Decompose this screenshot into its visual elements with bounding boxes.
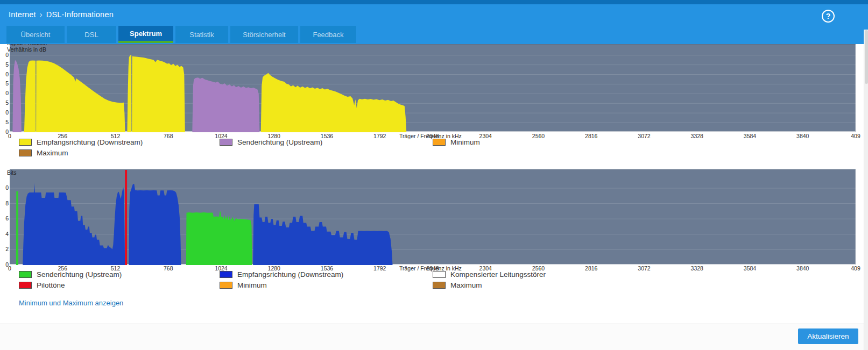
bits-chart-legend: Senderichtung (Upstream)Empfangsrichtung… <box>10 269 763 290</box>
series-area <box>192 77 259 132</box>
page-title: DSL-Informationen <box>46 10 114 19</box>
y-tick-label: 5 <box>0 80 9 87</box>
legend-label: Senderichtung (Upstream) <box>237 138 322 146</box>
legend-row: PilottöneMinimumMaximum <box>10 280 763 290</box>
legend-label: Pilottöne <box>37 281 65 289</box>
legend-item: Minimum <box>220 280 267 290</box>
header-bar: Internet›DSL-Informationen ? <box>0 4 868 26</box>
x-tick-label: 3840 <box>796 265 809 272</box>
series-area <box>129 184 181 265</box>
footer: Aktualisieren <box>0 324 868 350</box>
tab-spektrum[interactable]: Spektrum <box>118 26 173 43</box>
y-tick-label: 0 <box>0 184 9 191</box>
breadcrumb-separator: › <box>40 10 43 19</box>
tab-feedback[interactable]: Feedback <box>300 26 356 43</box>
y-tick-label: 5 <box>0 99 9 106</box>
show-minmax-link[interactable]: Minimum und Maximum anzeigen <box>19 299 123 307</box>
legend-row: Empfangsrichtung (Downstream)Senderichtu… <box>10 137 763 147</box>
bits-chart-svg <box>10 170 856 265</box>
series-area <box>253 204 392 265</box>
y-tick-label: 5 <box>0 119 9 125</box>
x-tick-label: 409 <box>851 133 860 139</box>
legend-row: Maximum <box>10 147 763 158</box>
tab-dsl[interactable]: DSL <box>67 26 116 43</box>
dsl-information-page: Internet›DSL-Informationen ? ÜbersichtDS… <box>0 0 868 350</box>
legend-label: Minimum <box>237 281 267 289</box>
legend-swatch <box>220 282 232 289</box>
x-axis-title: Träger / Frequenz in kHz <box>399 265 462 272</box>
legend-item: Pilottöne <box>19 280 65 290</box>
legend-label: Empfangsrichtung (Downstream) <box>237 270 343 278</box>
y-tick-label: 4 <box>0 231 9 237</box>
y-tick-label: 5 <box>0 61 9 68</box>
y-tick-label: 0 <box>0 90 9 96</box>
y-tick-label: 8 <box>0 200 9 206</box>
x-tick-label: 409 <box>851 265 860 272</box>
refresh-button[interactable]: Aktualisieren <box>798 328 858 344</box>
series-area <box>12 60 22 132</box>
x-tick-label: 3840 <box>796 133 809 139</box>
legend-row: Senderichtung (Upstream)Empfangsrichtung… <box>10 269 763 280</box>
snr-chart-legend: Empfangsrichtung (Downstream)Senderichtu… <box>10 137 763 158</box>
legend-swatch <box>19 149 32 156</box>
series-area <box>261 73 407 132</box>
y-tick-label: 0 <box>0 261 9 268</box>
y-tick-label: 0 <box>0 71 9 77</box>
series-area <box>16 191 18 265</box>
legend-item: Senderichtung (Upstream) <box>19 269 122 280</box>
tab-stoersicherheit[interactable]: Störsicherheit <box>230 26 298 43</box>
y-tick-label: 6 <box>0 215 9 222</box>
legend-label: Kompensierter Leitungsstörer <box>450 270 546 278</box>
vertical-scrollbar[interactable] <box>864 30 868 350</box>
legend-swatch <box>433 282 446 289</box>
legend-swatch <box>19 271 32 278</box>
legend-swatch <box>220 271 232 278</box>
tab-bar: ÜbersichtDSLSpektrumStatistikStörsicherh… <box>0 26 868 44</box>
scrollbar-thumb[interactable] <box>865 30 868 84</box>
series-area <box>127 55 185 132</box>
series-area <box>24 60 125 132</box>
legend-item: Maximum <box>19 147 68 158</box>
bits-chart-plot <box>10 169 856 265</box>
tab-statistik[interactable]: Statistik <box>175 26 228 43</box>
x-axis-title: Träger / Frequenz in kHz <box>399 133 462 139</box>
legend-label: Maximum <box>450 281 482 289</box>
pilot-tone-line <box>125 170 127 265</box>
y-tick-label: 2 <box>0 246 9 252</box>
snr-chart-plot <box>10 44 856 132</box>
legend-swatch <box>19 139 32 146</box>
legend-item: Senderichtung (Upstream) <box>220 137 322 147</box>
legend-label: Senderichtung (Upstream) <box>37 270 122 278</box>
legend-swatch <box>433 139 446 146</box>
bits-chart-y-axis-label: Bits <box>7 169 17 176</box>
breadcrumb-internet[interactable]: Internet <box>9 10 36 19</box>
legend-item: Empfangsrichtung (Downstream) <box>19 137 143 147</box>
y-tick-label: 0 <box>0 109 9 116</box>
window-top-strip <box>0 0 868 4</box>
legend-item: Empfangsrichtung (Downstream) <box>220 269 343 280</box>
tab-uebersicht[interactable]: Übersicht <box>6 26 65 43</box>
legend-item: Maximum <box>433 280 482 290</box>
series-area <box>23 183 125 265</box>
legend-swatch <box>19 282 32 289</box>
legend-label: Empfangsrichtung (Downstream) <box>37 138 143 146</box>
breadcrumb: Internet›DSL-Informationen <box>9 10 114 19</box>
help-icon[interactable]: ? <box>822 10 835 23</box>
snr-chart-svg <box>10 45 856 132</box>
series-area <box>186 212 252 265</box>
legend-label: Maximum <box>37 149 68 157</box>
legend-swatch <box>220 139 232 146</box>
y-tick-label: 0 <box>0 128 9 135</box>
legend-swatch <box>433 271 446 278</box>
